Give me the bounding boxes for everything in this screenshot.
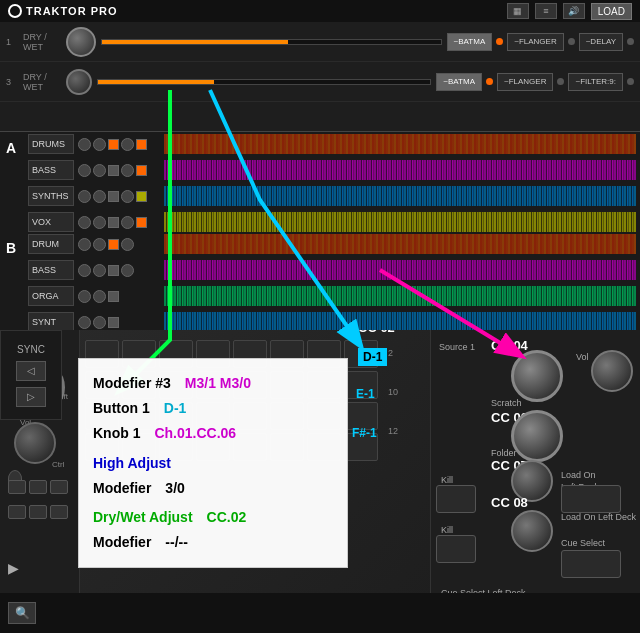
waveform-drums-a xyxy=(164,134,636,154)
track-icon-sb2 xyxy=(93,316,106,329)
left-btn-4[interactable] xyxy=(8,505,26,519)
left-btn-5[interactable] xyxy=(29,505,47,519)
folder-label: Folder xyxy=(491,448,517,458)
track-icon-2 xyxy=(93,138,106,151)
cc06-knob[interactable] xyxy=(511,410,563,462)
cue-select-button[interactable] xyxy=(561,550,621,578)
kill-label-1: Kill xyxy=(441,475,453,485)
fx-slot-1-num: 1 xyxy=(6,37,18,47)
fx-slot-3-num: 3 xyxy=(6,77,18,87)
track-name-bass-a: BASS xyxy=(28,160,74,180)
load-left-line1: Load On xyxy=(561,470,596,480)
cc04-knob[interactable] xyxy=(511,350,563,402)
annotation-box: Modefier #3 M3/1 M3/0 Button 1 D-1 Knob … xyxy=(78,358,348,568)
annotation-line-4: High Adjust xyxy=(93,451,333,476)
vol-knob[interactable] xyxy=(14,422,56,464)
sync-right-button[interactable]: ▷ xyxy=(16,387,46,407)
track-row-orga-b: ORGA xyxy=(28,284,636,308)
left-btn-3[interactable] xyxy=(50,480,68,494)
annotation-line-1: Modefier #3 M3/1 M3/0 xyxy=(93,371,333,396)
fx-slider-1[interactable] xyxy=(101,39,442,45)
track-icons-bass-b xyxy=(74,264,164,277)
track-name-synths-a: SYNTHS xyxy=(28,186,74,206)
ann-knob-value: Ch.01.CC.06 xyxy=(154,421,236,446)
track-icons-synt-b xyxy=(74,316,164,329)
track-icon-db2 xyxy=(93,238,106,251)
sync-button[interactable]: ◁ xyxy=(16,361,46,381)
track-icon-bb4 xyxy=(121,264,134,277)
ann-modefier2-value: 3/0 xyxy=(165,476,184,501)
fx-knob-3[interactable] xyxy=(66,69,92,95)
track-icon-v4 xyxy=(121,216,134,229)
scratch-label: Scratch xyxy=(491,398,522,408)
track-icon-bb3 xyxy=(108,265,119,276)
search-icon[interactable]: 🔍 xyxy=(8,602,36,624)
fx-btn-1b[interactable]: ~FLANGER xyxy=(507,33,563,51)
speaker-icon[interactable]: 🔊 xyxy=(563,3,585,19)
cc08-label: CC 08 xyxy=(491,495,528,510)
fx-btn-1a[interactable]: ~BATMA xyxy=(447,33,493,51)
track-icons-vox-a xyxy=(74,216,164,229)
track-icon-db1 xyxy=(78,238,91,251)
annotation-line-5: Modefier 3/0 xyxy=(93,476,333,501)
track-icon-s3 xyxy=(108,191,119,202)
app-title: TRAKTOR PRO xyxy=(26,5,117,17)
fx-dot-3a xyxy=(486,78,493,85)
kill-button-1[interactable] xyxy=(436,485,476,513)
waveform-icon[interactable]: ▦ xyxy=(507,3,529,19)
track-icon-v3 xyxy=(108,217,119,228)
bottom-bar: 🔍 xyxy=(0,593,640,633)
ann-drywet-label: Dry/Wet Adjust xyxy=(93,505,193,530)
annotation-line-7: Modefier --/-- xyxy=(93,530,333,555)
waveform-orga-b xyxy=(164,286,636,306)
vol-right-knob[interactable] xyxy=(591,350,633,392)
kill-label-2: Kill xyxy=(441,525,453,535)
top-bar: TRAKTOR PRO ▦ ≡ 🔊 LOAD xyxy=(0,0,640,22)
track-icon-4 xyxy=(121,138,134,151)
track-row-synths-a: SYNTHS xyxy=(28,184,636,208)
left-btn-2[interactable] xyxy=(29,480,47,494)
left-btn-1[interactable] xyxy=(8,480,26,494)
kill-button-2[interactable] xyxy=(436,535,476,563)
fx-btn-3a[interactable]: ~BATMA xyxy=(436,73,482,91)
track-name-drums-a: DRUMS xyxy=(28,134,74,154)
ann-knob-label: Knob 1 xyxy=(93,421,140,446)
waveform-drums-b xyxy=(164,234,636,254)
ann-modefier-value: M3/1 M3/0 xyxy=(185,371,251,396)
btn-num-3: 12 xyxy=(388,426,398,436)
ctrl-label: Ctrl xyxy=(52,460,64,469)
btn-num-1: 2 xyxy=(388,348,393,358)
load-button[interactable]: LOAD xyxy=(591,3,632,20)
fx-btn-1c[interactable]: ~DELAY xyxy=(579,33,623,51)
track-icon-b1 xyxy=(78,164,91,177)
track-icons-orga-b xyxy=(74,290,164,303)
cc08-knob[interactable] xyxy=(511,510,553,552)
track-row-bass-a: BASS xyxy=(28,158,636,182)
deck-a-letter: A xyxy=(6,140,16,156)
fx-slot-1-label: DRY / WET xyxy=(23,32,61,52)
fx-knob-1[interactable] xyxy=(66,27,96,57)
waveform-bass-a xyxy=(164,160,636,180)
waveform-synt-b xyxy=(164,312,636,332)
ann-button-value: D-1 xyxy=(164,396,187,421)
track-row-bass-b: BASS xyxy=(28,258,636,282)
fs1-label: F#-1 xyxy=(352,426,377,440)
app-logo: TRAKTOR PRO xyxy=(8,4,117,18)
ann-modefier3-value: --/-- xyxy=(165,530,188,555)
logo-icon xyxy=(8,4,22,18)
deck-a-tracks: DRUMS BASS SYNTHS xyxy=(28,132,636,236)
fx-btn-3b[interactable]: ~FLANGER xyxy=(497,73,553,91)
track-icon-b2 xyxy=(93,164,106,177)
load-left-button[interactable] xyxy=(561,485,621,513)
left-btn-6[interactable] xyxy=(50,505,68,519)
fx-btn-3c[interactable]: ~FILTER:9: xyxy=(568,73,623,91)
fx-dot-1c xyxy=(627,38,634,45)
track-name-synt-b: SYNT xyxy=(28,312,74,332)
track-icon-sb1 xyxy=(78,316,91,329)
sync-section: SYNC ◁ ▷ xyxy=(0,330,62,420)
annotation-line-6: Dry/Wet Adjust CC.02 xyxy=(93,505,333,530)
fx-slider-3[interactable] xyxy=(97,79,431,85)
fx-slot-3: 3 DRY / WET ~BATMA ~FLANGER ~FILTER:9: xyxy=(0,62,640,102)
levels-icon[interactable]: ≡ xyxy=(535,3,557,19)
play-icon[interactable]: ▶ xyxy=(8,560,19,576)
